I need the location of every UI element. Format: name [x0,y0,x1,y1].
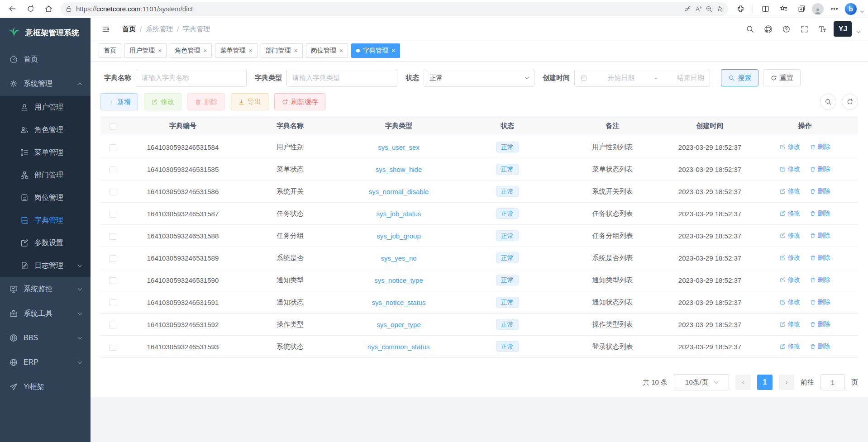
next-page-button[interactable]: › [779,375,794,390]
breadcrumb-system[interactable]: 系统管理 [146,25,173,33]
row-checkbox[interactable] [110,144,116,151]
row-delete-button[interactable]: 删除 [810,165,830,173]
row-edit-button[interactable]: 修改 [779,187,800,195]
dict-type-link[interactable]: sys_job_status [376,210,421,218]
dict-type-link[interactable]: sys_notice_status [372,299,425,306]
browser-home-button[interactable] [41,2,56,16]
dict-type-link[interactable]: sys_yes_no [381,254,416,262]
row-edit-button[interactable]: 修改 [779,342,800,351]
row-delete-button[interactable]: 删除 [810,298,830,306]
row-checkbox[interactable] [110,344,116,351]
refresh-cache-button[interactable]: 刷新缓存 [274,93,325,110]
tab-home[interactable]: 首页 [99,43,121,58]
bing-chat-icon[interactable]: b [844,3,857,15]
font-size-button[interactable] [816,22,829,36]
row-checkbox[interactable] [110,299,116,306]
zoom-out-icon[interactable] [706,5,713,13]
refresh-table-button[interactable] [842,94,858,110]
sidebar-item-dict-mgmt[interactable]: 字典管理 [0,209,91,232]
sidebar-item-post-mgmt[interactable]: 岗位管理 [0,186,91,209]
row-edit-button[interactable]: 修改 [779,276,800,284]
row-edit-button[interactable]: 修改 [779,232,800,240]
favorites-bar-icon[interactable] [776,2,791,16]
close-icon[interactable]: × [248,48,252,54]
row-edit-button[interactable]: 修改 [779,165,800,173]
close-icon[interactable]: × [294,48,298,54]
date-range-picker[interactable]: 开始日期 - 结束日期 [574,69,710,87]
sidebar-item-tools[interactable]: 系统工具 [0,301,91,326]
password-key-icon[interactable] [684,5,691,13]
delete-button[interactable]: 删除 [187,93,225,110]
address-bar[interactable]: https://ccnetcore.com:1101/system/dict [61,2,728,16]
end-date-placeholder[interactable]: 结束日期 [677,74,704,82]
github-button[interactable] [761,22,775,36]
page-size-select[interactable]: 10条/页 [674,374,729,390]
dict-type-link[interactable]: sys_normal_disable [369,188,429,195]
reset-button[interactable]: 重置 [763,69,801,86]
app-logo[interactable]: 意框架管理系统 [0,18,91,47]
browser-refresh-button[interactable] [23,2,38,16]
sidebar-caret-icon[interactable] [860,9,864,12]
sidebar-item-role-mgmt[interactable]: 角色管理 [0,119,91,141]
tab-role-mgmt[interactable]: 角色管理× [170,43,212,58]
close-icon[interactable]: × [158,48,162,54]
row-edit-button[interactable]: 修改 [779,298,800,306]
tab-dict-mgmt-active[interactable]: 字典管理× [351,43,400,58]
close-icon[interactable]: × [203,48,207,54]
row-checkbox[interactable] [110,166,116,173]
sidebar-item-menu-mgmt[interactable]: 菜单管理 [0,141,91,164]
row-delete-button[interactable]: 删除 [810,209,830,218]
sidebar-item-dept-mgmt[interactable]: 部门管理 [0,164,91,186]
header-search-button[interactable] [743,22,757,36]
url-text[interactable]: https://ccnetcore.com:1101/system/dict [76,5,680,13]
browser-back-button[interactable] [5,2,20,16]
current-page-button[interactable]: 1 [757,375,773,390]
close-icon[interactable]: × [339,48,343,54]
tab-user-mgmt[interactable]: 用户管理× [124,43,167,58]
sidebar-item-yi-framework[interactable]: Yi框架 [0,375,91,399]
dict-name-input[interactable]: 请输入字典名称 [136,69,247,87]
collapse-sidebar-button[interactable] [99,22,112,36]
user-brand-logo[interactable]: YJ [834,21,852,37]
row-delete-button[interactable]: 删除 [810,232,830,240]
search-button[interactable]: 搜索 [721,69,758,86]
row-delete-button[interactable]: 删除 [810,254,830,262]
close-icon[interactable]: × [391,48,395,54]
sidebar-item-user-mgmt[interactable]: 用户管理 [0,96,91,119]
row-delete-button[interactable]: 删除 [810,187,830,195]
sidebar-item-bbs[interactable]: BBS [0,326,91,350]
row-delete-button[interactable]: 删除 [810,342,830,351]
sidebar-item-system[interactable]: 系统管理 [0,71,91,96]
row-checkbox[interactable] [110,189,116,195]
dict-type-link[interactable]: sys_job_group [377,232,421,240]
edit-button[interactable]: 修改 [144,93,181,110]
sidebar-item-erp[interactable]: ERP [0,350,91,375]
sidebar-item-monitor[interactable]: 系统监控 [0,277,91,301]
row-edit-button[interactable]: 修改 [779,320,800,328]
dict-type-link[interactable]: sys_common_status [368,343,430,351]
split-screen-icon[interactable] [758,2,773,16]
favorite-add-icon[interactable] [716,5,724,13]
goto-page-input[interactable]: 1 [820,374,845,390]
read-aloud-icon[interactable] [695,5,702,13]
sidebar-item-home[interactable]: 首页 [0,47,91,71]
row-checkbox[interactable] [110,277,116,284]
help-button[interactable] [779,22,793,36]
user-menu-caret-icon[interactable] [857,29,860,33]
toggle-search-button[interactable] [820,94,836,110]
add-button[interactable]: 新增 [100,93,138,110]
dict-type-link[interactable]: sys_user_sex [378,143,420,151]
browser-menu-icon[interactable] [826,2,842,16]
dict-type-link[interactable]: sys_notice_type [374,276,423,284]
row-edit-button[interactable]: 修改 [779,209,800,218]
row-delete-button[interactable]: 删除 [810,143,830,151]
browser-profile-avatar[interactable] [812,3,824,15]
row-checkbox[interactable] [110,322,116,328]
row-delete-button[interactable]: 删除 [810,320,830,328]
row-delete-button[interactable]: 删除 [810,276,830,284]
tab-menu-mgmt[interactable]: 菜单管理× [215,43,257,58]
dict-type-link[interactable]: sys_show_hide [376,166,422,173]
export-button[interactable]: 导出 [231,93,268,110]
dict-type-input[interactable]: 请输入字典类型 [286,69,397,87]
sidebar-item-param-settings[interactable]: 参数设置 [0,232,91,254]
